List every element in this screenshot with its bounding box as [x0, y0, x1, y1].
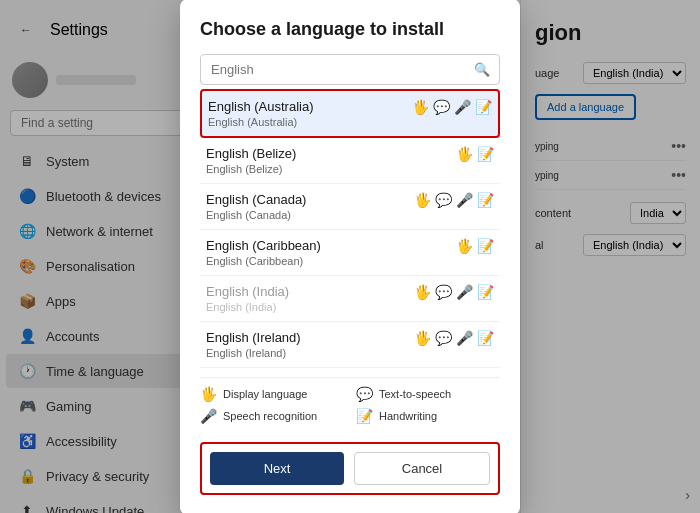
lang-icons: 🖐💬🎤📝: [414, 192, 494, 208]
legend-icon: 🖐: [200, 386, 217, 402]
lang-item-en-jm[interactable]: English (Jamaica): [200, 368, 500, 369]
next-button[interactable]: Next: [210, 452, 344, 485]
lang-item-top: English (Belize) 🖐📝: [206, 146, 494, 162]
lang-icon: 🖐: [414, 192, 431, 208]
search-wrapper: 🔍: [200, 54, 500, 89]
legend-item: 🖐 Display language: [200, 386, 344, 402]
lang-sub: English (Canada): [206, 209, 494, 221]
lang-icons: 🖐📝: [456, 238, 494, 254]
lang-name: English (Canada): [206, 192, 306, 207]
lang-icon: 🖐: [412, 99, 429, 115]
cancel-button[interactable]: Cancel: [354, 452, 490, 485]
lang-icon: 📝: [477, 330, 494, 346]
lang-icon: 🎤: [456, 284, 473, 300]
lang-item-en-in[interactable]: English (India) 🖐💬🎤📝 English (India): [200, 276, 500, 322]
lang-name: English (Belize): [206, 146, 296, 161]
lang-icon: 💬: [435, 192, 452, 208]
lang-sub: English (Australia): [208, 116, 492, 128]
lang-name: English (Ireland): [206, 330, 301, 345]
lang-item-en-au[interactable]: English (Australia) 🖐💬🎤📝 English (Austra…: [200, 89, 500, 138]
lang-icon: 🎤: [454, 99, 471, 115]
lang-icon: 📝: [477, 238, 494, 254]
lang-item-top: English (Caribbean) 🖐📝: [206, 238, 494, 254]
lang-item-en-ie[interactable]: English (Ireland) 🖐💬🎤📝 English (Ireland): [200, 322, 500, 368]
lang-name: English (Caribbean): [206, 238, 321, 253]
lang-item-en-bz[interactable]: English (Belize) 🖐📝 English (Belize): [200, 138, 500, 184]
legend-item: 💬 Text-to-speech: [356, 386, 500, 402]
lang-item-en-ca[interactable]: English (Canada) 🖐💬🎤📝 English (Canada): [200, 184, 500, 230]
dialog-title: Choose a language to install: [200, 19, 500, 40]
lang-icon: 🖐: [414, 330, 431, 346]
lang-item-top: English (Canada) 🖐💬🎤📝: [206, 192, 494, 208]
lang-item-en-cb[interactable]: English (Caribbean) 🖐📝 English (Caribbea…: [200, 230, 500, 276]
language-list: English (Australia) 🖐💬🎤📝 English (Austra…: [200, 89, 500, 369]
lang-sub: English (India): [206, 301, 494, 313]
legend-label: Text-to-speech: [379, 388, 451, 400]
search-icon: 🔍: [474, 62, 490, 77]
legend-label: Display language: [223, 388, 307, 400]
lang-icons: 🖐💬🎤📝: [414, 330, 494, 346]
lang-icon: 🖐: [414, 284, 431, 300]
lang-item-top: English (Australia) 🖐💬🎤📝: [208, 99, 492, 115]
language-dialog: Choose a language to install 🔍 English (…: [180, 0, 520, 513]
lang-icons: 🖐💬🎤📝: [412, 99, 492, 115]
language-search-input[interactable]: [200, 54, 500, 85]
lang-icon: 🎤: [456, 192, 473, 208]
lang-sub: English (Caribbean): [206, 255, 494, 267]
modal-overlay: Choose a language to install 🔍 English (…: [0, 0, 700, 513]
lang-item-top: English (India) 🖐💬🎤📝: [206, 284, 494, 300]
legend-item: 🎤 Speech recognition: [200, 408, 344, 424]
legend-icon: 📝: [356, 408, 373, 424]
lang-icon: 🎤: [456, 330, 473, 346]
lang-icon: 📝: [477, 284, 494, 300]
lang-name: English (India): [206, 284, 289, 299]
legend-item: 📝 Handwriting: [356, 408, 500, 424]
legend: 🖐 Display language 💬 Text-to-speech 🎤 Sp…: [200, 377, 500, 432]
legend-icon: 💬: [356, 386, 373, 402]
legend-label: Speech recognition: [223, 410, 317, 422]
lang-sub: English (Ireland): [206, 347, 494, 359]
lang-icon: 📝: [475, 99, 492, 115]
lang-icon: 💬: [435, 284, 452, 300]
lang-icon: 💬: [435, 330, 452, 346]
lang-icons: 🖐💬🎤📝: [414, 284, 494, 300]
legend-icon: 🎤: [200, 408, 217, 424]
lang-item-top: English (Ireland) 🖐💬🎤📝: [206, 330, 494, 346]
lang-icon: 🖐: [456, 146, 473, 162]
dialog-footer: Next Cancel: [200, 442, 500, 495]
lang-icon: 💬: [433, 99, 450, 115]
lang-icons: 🖐📝: [456, 146, 494, 162]
lang-icon: 📝: [477, 192, 494, 208]
lang-icon: 📝: [477, 146, 494, 162]
legend-label: Handwriting: [379, 410, 437, 422]
lang-name: English (Australia): [208, 99, 314, 114]
lang-icon: 🖐: [456, 238, 473, 254]
lang-sub: English (Belize): [206, 163, 494, 175]
